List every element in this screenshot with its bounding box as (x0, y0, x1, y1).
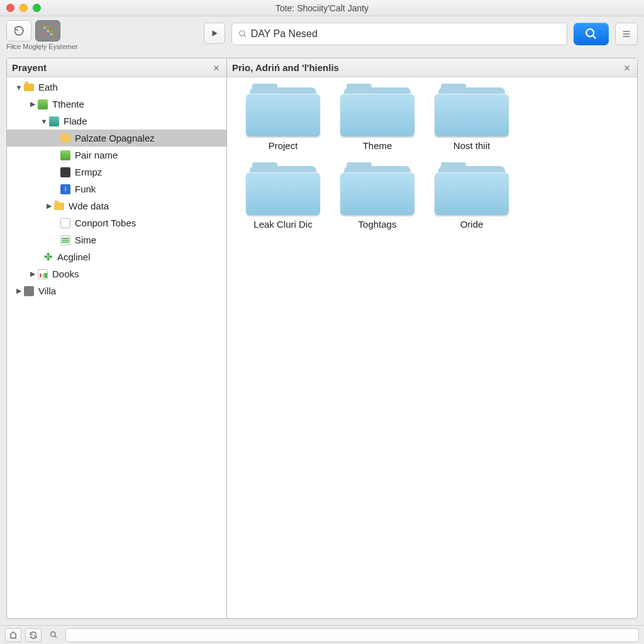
tree-label: Ermpz (75, 167, 102, 177)
svg-rect-2 (50, 26, 53, 29)
tree-label: Eath (38, 82, 58, 92)
tree-item-acglinel[interactable]: ✤ Acglinel (7, 248, 226, 265)
app-icon (60, 150, 71, 161)
status-path[interactable] (65, 628, 639, 642)
toolbar-left-group: Fiłce Mogłęly Eystemer (6, 20, 78, 50)
folder-theme[interactable]: Theme (330, 87, 425, 151)
search-input[interactable] (251, 28, 560, 40)
tree-item-ermpz[interactable]: Ermpz (7, 164, 226, 180)
tree-label: Tthente (52, 99, 84, 109)
tree-item-pairname[interactable]: Pair name (7, 147, 226, 164)
titlebar: Tote: Shociity'Calt Janty (0, 0, 644, 16)
tree-label: Conport Tobes (75, 218, 136, 228)
tree-item-eath[interactable]: ▼ Eath (7, 79, 226, 96)
app-icon (37, 99, 48, 110)
statusbar (0, 625, 644, 644)
toolbar: Fiłce Mogłęly Eystemer (0, 16, 644, 58)
svg-rect-0 (43, 26, 46, 29)
tree-label: Flade (64, 116, 87, 126)
svg-rect-1 (47, 26, 50, 29)
folder-icon (340, 166, 414, 215)
search-icon (238, 30, 247, 38)
tree-pane: Prayent ▼ Eath ▶ Tthente ▼ (6, 58, 226, 619)
folder-label: Theme (363, 140, 392, 151)
tree-item-conport[interactable]: Conport Tobes (7, 214, 226, 231)
toolbar-group-label: Fiłce Mogłęly Eystemer (6, 43, 78, 50)
content-pane-header: Prio, Adriń and 'l'hienlis (227, 58, 637, 77)
tree-item-dooks[interactable]: ▶ Dooks (7, 265, 226, 282)
tree-item-palzate[interactable]: Palzate Opagnalez (7, 130, 226, 147)
app-window: Tote: Shociity'Calt Janty Fiłce Mogłęly … (0, 0, 644, 644)
svg-rect-6 (43, 33, 46, 36)
tree-item-sime[interactable]: Sime (7, 231, 226, 248)
window-title: Tote: Shociity'Calt Janty (0, 3, 644, 13)
content-pane-title: Prio, Adriń and 'l'hienlis (232, 62, 339, 73)
folder-icon (340, 87, 414, 136)
folder-icon (60, 133, 71, 144)
tree-item-wdedata[interactable]: ▶ Wde data (7, 197, 226, 214)
folder-label: Nost thiit (453, 140, 490, 151)
refresh-button[interactable] (6, 20, 31, 42)
tree-item-flade[interactable]: ▼ Flade (7, 113, 226, 130)
content-pane-close-button[interactable] (621, 62, 633, 74)
play-button[interactable] (204, 23, 225, 44)
app-icon (48, 116, 60, 127)
tree-label: Sime (75, 235, 96, 245)
folder-toghtags[interactable]: Toghtags (330, 166, 425, 230)
tree-pane-title: Prayent (12, 62, 47, 73)
tree-item-tthente[interactable]: ▶ Tthente (7, 96, 226, 113)
search-box[interactable] (231, 23, 567, 45)
folder-nost-thiit[interactable]: Nost thiit (425, 87, 519, 151)
svg-line-13 (593, 36, 596, 39)
info-icon: i (60, 184, 71, 195)
window-controls (6, 4, 41, 12)
svg-rect-5 (50, 30, 53, 33)
svg-rect-8 (50, 33, 53, 36)
folder-icon (435, 166, 509, 215)
search-small-button[interactable] (45, 628, 62, 642)
chevron-down-icon[interactable]: ▼ (40, 118, 48, 125)
tree: ▼ Eath ▶ Tthente ▼ Flade Palzate Opagnal… (7, 77, 226, 618)
folder-project[interactable]: Project (236, 87, 330, 151)
zoom-window-button[interactable] (33, 4, 41, 12)
folder-label: Oride (460, 219, 484, 230)
tree-label: Acglinel (57, 252, 91, 262)
chevron-down-icon[interactable]: ▼ (14, 84, 23, 91)
chart-icon (37, 269, 48, 280)
search-button[interactable] (574, 23, 609, 45)
chevron-right-icon[interactable]: ▶ (28, 270, 37, 278)
chevron-right-icon[interactable]: ▶ (45, 202, 53, 210)
home-button[interactable] (5, 628, 21, 642)
tree-item-funk[interactable]: i Funk (7, 180, 226, 197)
apps-button[interactable] (35, 20, 60, 42)
folder-icon (53, 201, 65, 212)
chevron-right-icon[interactable]: ▶ (28, 100, 37, 108)
svg-point-21 (50, 632, 55, 637)
tree-item-villa[interactable]: ▶ Villa (7, 282, 226, 299)
folder-icon (246, 166, 320, 215)
folder-icon (246, 87, 320, 136)
tree-label: Dooks (52, 269, 79, 279)
menu-button[interactable] (615, 23, 638, 45)
folder-oride[interactable]: Oride (425, 166, 519, 230)
folder-leak-cluri-dic[interactable]: Leak Cluri Dic (236, 166, 330, 230)
tree-pane-header: Prayent (7, 58, 226, 77)
svg-point-10 (239, 31, 244, 36)
disk-icon (23, 286, 35, 297)
tree-label: Villa (38, 286, 56, 296)
svg-point-12 (586, 29, 594, 36)
tree-label: Wde data (69, 201, 109, 211)
clover-icon: ✤ (42, 252, 53, 263)
svg-rect-4 (47, 30, 50, 33)
folder-icon (23, 82, 35, 93)
folder-icon (435, 87, 509, 136)
svg-line-11 (243, 35, 245, 37)
tree-pane-close-button[interactable] (210, 62, 223, 74)
drive-icon (60, 167, 71, 178)
sync-button[interactable] (25, 628, 42, 642)
tree-label: Funk (75, 184, 96, 194)
minimize-window-button[interactable] (19, 4, 28, 12)
chevron-right-icon[interactable]: ▶ (14, 287, 23, 295)
close-window-button[interactable] (6, 4, 14, 12)
folder-label: Toghtags (358, 219, 397, 230)
